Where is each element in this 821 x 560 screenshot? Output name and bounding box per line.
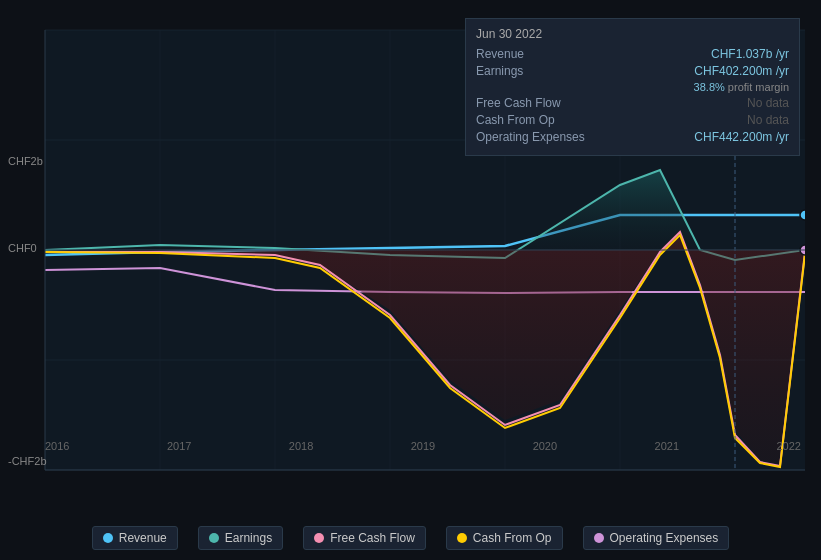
legend-label-opex: Operating Expenses	[610, 531, 719, 545]
y-label-top: CHF2b	[8, 155, 43, 167]
tooltip-row-earnings: Earnings CHF402.200m /yr	[476, 64, 789, 78]
legend-dot-earnings	[209, 533, 219, 543]
tooltip-value-cfo: No data	[747, 113, 789, 127]
legend-dot-fcf	[314, 533, 324, 543]
tooltip-value-opex: CHF442.200m /yr	[694, 130, 789, 144]
y-label-mid: CHF0	[8, 242, 37, 254]
legend-item-fcf[interactable]: Free Cash Flow	[303, 526, 426, 550]
legend-item-cfo[interactable]: Cash From Op	[446, 526, 563, 550]
tooltip-row-opex: Operating Expenses CHF442.200m /yr	[476, 130, 789, 144]
x-label-2016: 2016	[45, 440, 69, 452]
tooltip-row-revenue: Revenue CHF1.037b /yr	[476, 47, 789, 61]
tooltip-label-earnings: Earnings	[476, 64, 596, 78]
legend-label-revenue: Revenue	[119, 531, 167, 545]
legend-item-revenue[interactable]: Revenue	[92, 526, 178, 550]
tooltip-value-earnings: CHF402.200m /yr	[694, 64, 789, 78]
legend-label-cfo: Cash From Op	[473, 531, 552, 545]
x-label-2017: 2017	[167, 440, 191, 452]
tooltip-profit-margin: 38.8% profit margin	[694, 81, 789, 93]
tooltip-label-cfo: Cash From Op	[476, 113, 596, 127]
x-label-2019: 2019	[411, 440, 435, 452]
chart-area: CHF2b CHF0 -CHF2b 2016 2017 2018 2019 20…	[0, 0, 821, 510]
tooltip-title: Jun 30 2022	[476, 27, 789, 41]
tooltip-label-fcf: Free Cash Flow	[476, 96, 596, 110]
legend-dot-revenue	[103, 533, 113, 543]
legend-label-fcf: Free Cash Flow	[330, 531, 415, 545]
tooltip-row-cfo: Cash From Op No data	[476, 113, 789, 127]
x-label-2020: 2020	[533, 440, 557, 452]
legend-label-earnings: Earnings	[225, 531, 272, 545]
x-label-2018: 2018	[289, 440, 313, 452]
tooltip-row-fcf: Free Cash Flow No data	[476, 96, 789, 110]
legend-dot-cfo	[457, 533, 467, 543]
legend-dot-opex	[594, 533, 604, 543]
tooltip-label-revenue: Revenue	[476, 47, 596, 61]
tooltip-profit-margin-label: profit margin	[728, 81, 789, 93]
tooltip-label-opex: Operating Expenses	[476, 130, 596, 144]
x-label-2022: 2022	[776, 440, 800, 452]
chart-legend: Revenue Earnings Free Cash Flow Cash Fro…	[0, 526, 821, 550]
x-label-2021: 2021	[655, 440, 679, 452]
legend-item-opex[interactable]: Operating Expenses	[583, 526, 730, 550]
y-label-bot: -CHF2b	[8, 455, 47, 467]
tooltip-panel: Jun 30 2022 Revenue CHF1.037b /yr Earnin…	[465, 18, 800, 156]
tooltip-value-revenue: CHF1.037b /yr	[711, 47, 789, 61]
x-axis-labels: 2016 2017 2018 2019 2020 2021 2022	[0, 440, 821, 452]
tooltip-value-fcf: No data	[747, 96, 789, 110]
legend-item-earnings[interactable]: Earnings	[198, 526, 283, 550]
